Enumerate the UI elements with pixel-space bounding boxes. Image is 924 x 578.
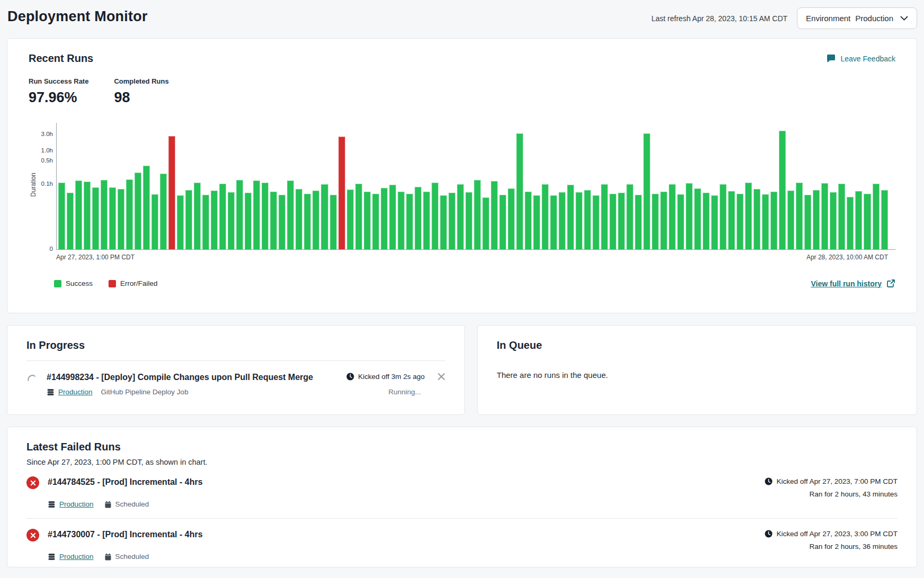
chart-bar-success[interactable] — [364, 192, 371, 249]
chart-bar-success[interactable] — [618, 193, 625, 249]
chart-bar-success[interactable] — [245, 193, 252, 249]
chart-bar-success[interactable] — [109, 187, 116, 249]
chart-bar-success[interactable] — [728, 191, 735, 249]
chart-bar-success[interactable] — [550, 195, 557, 249]
production-environment-link[interactable]: Production — [48, 553, 94, 561]
chart-bar-success[interactable] — [508, 188, 515, 249]
chart-bar-success[interactable] — [355, 184, 362, 249]
chart-bar-success[interactable] — [118, 189, 124, 249]
chart-bar-success[interactable] — [287, 180, 294, 249]
chart-bar-failed[interactable] — [338, 137, 345, 249]
chart-bar-success[interactable] — [270, 192, 277, 249]
chart-bar-success[interactable] — [601, 184, 608, 249]
chart-bar-success[interactable] — [295, 189, 302, 249]
chart-bar-success[interactable] — [262, 183, 268, 249]
chart-bar-success[interactable] — [381, 188, 388, 249]
chart-bar-success[interactable] — [228, 192, 235, 249]
chart-bar-success[interactable] — [211, 191, 218, 249]
chart-bar-success[interactable] — [677, 194, 684, 249]
chart-bar-success[interactable] — [813, 190, 820, 249]
chart-bar-success[interactable] — [770, 192, 777, 249]
view-full-run-history-link[interactable]: View full run history — [811, 279, 895, 288]
chart-bar-success[interactable] — [576, 192, 582, 249]
chart-bar-success[interactable] — [440, 195, 447, 249]
chart-bar-success[interactable] — [533, 195, 540, 249]
chart-bar-success[interactable] — [457, 184, 464, 249]
close-icon[interactable] — [437, 373, 445, 381]
chart-bar-success[interactable] — [75, 180, 82, 249]
chart-bar-success[interactable] — [126, 179, 133, 249]
chart-bar-success[interactable] — [219, 184, 226, 249]
chart-bar-success[interactable] — [593, 195, 599, 249]
chart-bar-success[interactable] — [398, 192, 405, 249]
chart-bar-success[interactable] — [84, 182, 91, 249]
chart-bar-success[interactable] — [236, 180, 243, 249]
chart-bar-success[interactable] — [202, 195, 209, 249]
chart-bar-success[interactable] — [652, 194, 659, 249]
chart-bar-success[interactable] — [745, 183, 752, 249]
chart-bar-success[interactable] — [67, 193, 74, 249]
chart-bar-success[interactable] — [787, 191, 794, 249]
chart-bar-success[interactable] — [372, 194, 379, 249]
chart-bar-success[interactable] — [465, 192, 472, 249]
chart-bar-success[interactable] — [694, 188, 701, 249]
chart-bar-success[interactable] — [389, 185, 396, 249]
chart-bar-success[interactable] — [516, 133, 523, 249]
chart-bar-success[interactable] — [134, 173, 141, 249]
chart-bar-success[interactable] — [330, 195, 337, 249]
chart-bar-success[interactable] — [855, 191, 862, 249]
production-environment-link[interactable]: Production — [48, 500, 94, 508]
chart-bar-success[interactable] — [177, 195, 184, 249]
chart-bar-success[interactable] — [151, 194, 158, 249]
chart-bar-success[interactable] — [821, 183, 828, 249]
environment-dropdown[interactable]: Environment Production — [797, 7, 917, 29]
chart-bar-success[interactable] — [143, 166, 150, 249]
chart-bar-success[interactable] — [847, 197, 854, 249]
chart-bar-success[interactable] — [559, 192, 566, 249]
chart-bar-success[interactable] — [423, 192, 430, 249]
chart-bar-success[interactable] — [864, 194, 871, 249]
chart-bar-success[interactable] — [660, 192, 667, 249]
chart-bar-success[interactable] — [711, 195, 718, 249]
chart-bar-success[interactable] — [499, 195, 506, 249]
chart-bar-success[interactable] — [762, 194, 769, 249]
chart-bar-success[interactable] — [737, 194, 743, 249]
production-environment-link[interactable]: Production — [47, 388, 93, 396]
chart-bar-success[interactable] — [321, 184, 328, 249]
chart-bar-success[interactable] — [873, 184, 880, 249]
chart-bar-success[interactable] — [58, 183, 65, 249]
chart-bar-success[interactable] — [312, 191, 319, 249]
chart-bar-success[interactable] — [253, 180, 260, 249]
chart-bar-success[interactable] — [448, 193, 455, 249]
chart-bar-success[interactable] — [796, 183, 803, 249]
chart-bar-success[interactable] — [609, 194, 616, 249]
chart-bar-success[interactable] — [779, 131, 786, 249]
chart-bar-success[interactable] — [643, 133, 650, 249]
chart-bar-success[interactable] — [838, 184, 845, 249]
chart-bar-success[interactable] — [482, 197, 489, 249]
chart-bar-success[interactable] — [686, 183, 693, 249]
chart-bar-success[interactable] — [185, 190, 192, 249]
chart-bar-success[interactable] — [584, 190, 591, 249]
chart-bar-success[interactable] — [720, 184, 726, 249]
chart-bar-success[interactable] — [101, 180, 107, 249]
chart-bar-success[interactable] — [432, 183, 438, 249]
leave-feedback-link[interactable]: Leave Feedback — [826, 54, 895, 64]
chart-bar-success[interactable] — [881, 190, 888, 249]
chart-bar-success[interactable] — [830, 192, 837, 249]
chart-bar-success[interactable] — [160, 174, 167, 249]
chart-bar-success[interactable] — [406, 194, 413, 249]
chart-bar-success[interactable] — [703, 193, 710, 249]
chart-bar-success[interactable] — [474, 180, 481, 249]
chart-bar-success[interactable] — [626, 184, 633, 249]
chart-bar-success[interactable] — [92, 187, 99, 249]
chart-bar-success[interactable] — [525, 192, 532, 249]
chart-bar-success[interactable] — [542, 184, 549, 249]
chart-bar-failed[interactable] — [168, 136, 175, 249]
chart-bar-success[interactable] — [669, 184, 676, 249]
chart-bar-success[interactable] — [804, 195, 811, 249]
chart-bar-success[interactable] — [304, 194, 311, 249]
chart-bar-success[interactable] — [194, 183, 201, 249]
chart-bar-success[interactable] — [753, 189, 760, 249]
chart-bar-success[interactable] — [635, 195, 642, 249]
